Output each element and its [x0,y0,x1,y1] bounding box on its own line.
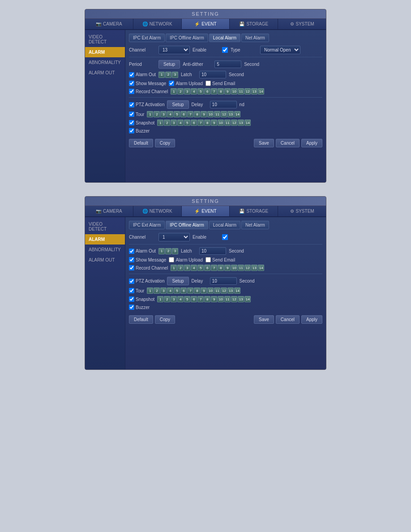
t-3[interactable]: 3 [160,111,167,117]
sidebar-alarm-out-2[interactable]: ALARM OUT [85,255,125,265]
t-5[interactable]: 5 [174,111,180,117]
rc-8[interactable]: 8 [218,88,224,94]
rc-7[interactable]: 7 [211,88,217,94]
rc-2[interactable]: 2 [177,88,184,94]
ao2-1[interactable]: 1 [158,248,165,254]
t2-12[interactable]: 12 [221,287,227,294]
t2-8[interactable]: 8 [194,287,200,294]
ao2-3[interactable]: 3 [172,248,178,254]
alarm-out-checkbox-2[interactable] [129,249,134,254]
rc2-2[interactable]: 2 [177,265,184,271]
s2-8[interactable]: 8 [204,296,210,302]
tab-storage-2[interactable]: 💾 STORAGE [230,206,278,216]
s-10[interactable]: 10 [218,120,224,126]
alarm-tab-local-1[interactable]: Local Alarm [209,34,240,42]
tab-network-1[interactable]: 🌐 NETWORK [133,19,182,29]
tab-system-2[interactable]: ⚙ SYSTEM [278,206,326,216]
s2-2[interactable]: 2 [164,296,170,302]
t-14[interactable]: 14 [234,111,240,117]
rc2-11[interactable]: 11 [238,265,244,271]
delay-input-2[interactable] [210,277,237,285]
tab-network-2[interactable]: 🌐 NETWORK [133,206,182,216]
tab-storage-1[interactable]: 💾 STORAGE [230,19,278,29]
alarm-tab-net-1[interactable]: Net Alarm [241,34,269,42]
rc2-9[interactable]: 9 [224,265,231,271]
s-7[interactable]: 7 [197,120,204,126]
s-12[interactable]: 12 [231,120,237,126]
s2-7[interactable]: 7 [197,296,204,302]
rc-1[interactable]: 1 [171,88,177,94]
tab-camera-1[interactable]: 📷 CAMERA [85,19,133,29]
tab-event-1[interactable]: ⚡ EVENT [182,19,230,29]
t2-9[interactable]: 9 [201,287,207,294]
s2-6[interactable]: 6 [191,296,197,302]
s-9[interactable]: 9 [211,120,217,126]
alarm-out-num-2[interactable]: 2 [165,72,171,78]
rc-14[interactable]: 14 [258,88,264,94]
rc2-4[interactable]: 4 [191,265,197,271]
alarm-out-checkbox-1[interactable] [129,72,134,77]
delay-input-1[interactable] [210,101,237,108]
rc-5[interactable]: 5 [197,88,204,94]
buzzer-checkbox-2[interactable] [129,305,134,310]
sidebar-video-detect-1[interactable]: VIDEO DETECT [85,32,125,47]
s2-10[interactable]: 10 [218,296,224,302]
tab-camera-2[interactable]: 📷 CAMERA [85,206,133,216]
show-message-checkbox-1[interactable] [129,81,134,86]
apply-btn-1[interactable]: Apply [301,139,322,147]
t-8[interactable]: 8 [194,111,200,117]
record-channel-checkbox-2[interactable] [129,265,134,270]
tour-checkbox-2[interactable] [129,288,134,293]
alarm-tab-net-2[interactable]: Net Alarm [241,221,269,229]
t2-4[interactable]: 4 [167,287,173,294]
s2-4[interactable]: 4 [177,296,184,302]
tab-system-1[interactable]: ⚙ SYSTEM [278,19,326,29]
default-btn-2[interactable]: Default [129,315,153,324]
rc-9[interactable]: 9 [224,88,231,94]
rc2-6[interactable]: 6 [204,265,210,271]
ptz-setup-btn-2[interactable]: Setup [167,277,188,285]
t2-10[interactable]: 10 [207,287,214,294]
t-6[interactable]: 6 [180,111,187,117]
rc-11[interactable]: 11 [238,88,244,94]
t2-11[interactable]: 11 [214,287,220,294]
tab-event-2[interactable]: ⚡ EVENT [182,206,230,216]
rc2-3[interactable]: 3 [184,265,190,271]
period-setup-btn-1[interactable]: Setup [158,60,180,69]
cancel-btn-2[interactable]: Cancel [276,315,300,324]
s-2[interactable]: 2 [164,120,170,126]
rc-10[interactable]: 10 [231,88,237,94]
snapshot-checkbox-1[interactable] [129,120,134,125]
t2-2[interactable]: 2 [154,287,160,294]
alarm-tab-ipc-ext-1[interactable]: IPC Ext Alarm [129,34,165,42]
save-btn-2[interactable]: Save [254,315,274,324]
t2-6[interactable]: 6 [180,287,187,294]
rc-13[interactable]: 13 [251,88,257,94]
alarm-tab-ipc-offline-1[interactable]: IPC Offline Alarm [166,34,208,42]
s2-14[interactable]: 14 [244,296,251,302]
t-2[interactable]: 2 [154,111,160,117]
channel-select-2[interactable]: 1 [158,233,190,241]
cancel-btn-1[interactable]: Cancel [276,139,300,147]
t-4[interactable]: 4 [167,111,173,117]
rc2-12[interactable]: 12 [244,265,251,271]
latch-input-2[interactable] [199,247,226,255]
show-message-checkbox-2[interactable] [129,257,134,262]
ptz-setup-btn-1[interactable]: Setup [167,100,188,109]
anti-dither-input-1[interactable] [214,60,241,68]
t-9[interactable]: 9 [201,111,207,117]
sidebar-alarm-out-1[interactable]: ALARM OUT [85,68,125,78]
ptz-checkbox-2[interactable] [129,279,134,284]
alarm-upload-checkbox-1[interactable] [169,81,174,86]
s2-3[interactable]: 3 [171,296,177,302]
enable-checkbox-1[interactable] [222,47,228,53]
s-5[interactable]: 5 [184,120,190,126]
s-8[interactable]: 8 [204,120,210,126]
latch-input-1[interactable] [199,71,226,78]
t2-14[interactable]: 14 [234,287,240,294]
ptz-checkbox-1[interactable] [129,102,134,107]
t-12[interactable]: 12 [221,111,227,117]
save-btn-1[interactable]: Save [254,139,274,147]
sidebar-abnormality-1[interactable]: ABNORMALITY [85,57,125,68]
alarm-out-num-3[interactable]: 3 [172,72,178,78]
